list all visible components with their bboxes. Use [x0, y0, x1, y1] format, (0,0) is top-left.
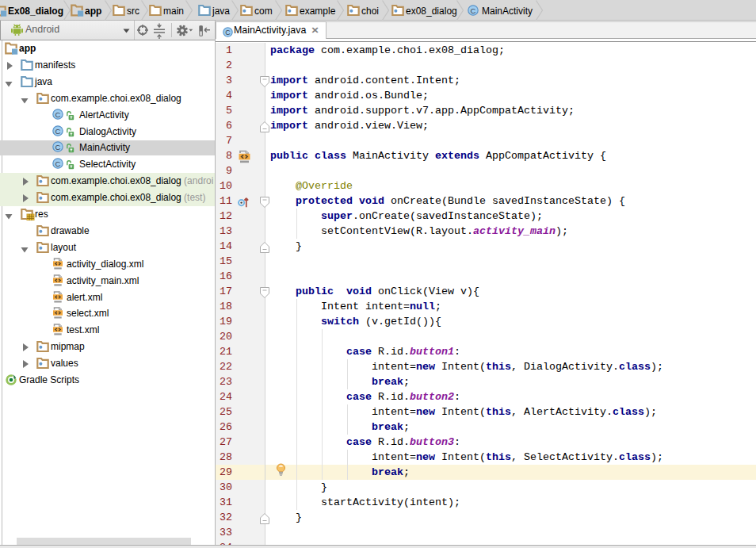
svg-text:C: C [55, 143, 61, 151]
svg-text:C: C [225, 29, 231, 36]
svg-text:C: C [471, 6, 476, 15]
svg-text:C: C [55, 126, 61, 135]
svg-text:C: C [55, 159, 61, 168]
svg-text:C: C [55, 109, 61, 118]
